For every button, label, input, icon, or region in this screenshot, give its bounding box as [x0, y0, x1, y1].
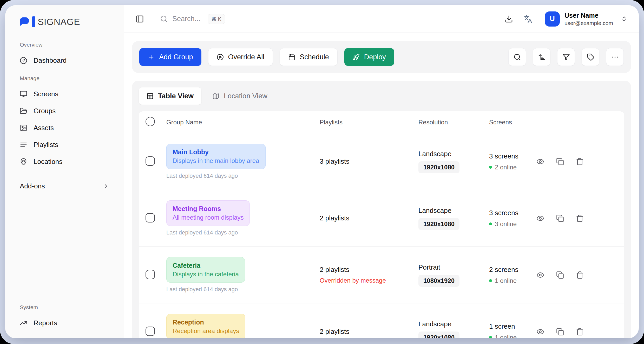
sidebar-item-dashboard[interactable]: Dashboard [13, 52, 116, 69]
resolution-badge: 1080x1920 [418, 275, 459, 287]
sidebar: SIGNAGE Overview Dashboard Manage Screen… [5, 5, 124, 338]
trash-icon[interactable] [576, 271, 584, 279]
copy-icon[interactable] [556, 214, 564, 222]
last-deployed-text: Last deployed 614 days ago [166, 173, 320, 179]
user-email: user@example.com [564, 20, 613, 26]
page-content: Add Group Override All Schedule Deploy [124, 33, 639, 338]
group-actions-toolbar: Add Group Override All Schedule Deploy [132, 41, 631, 73]
override-all-button[interactable]: Override All [208, 48, 273, 66]
chevron-right-icon [103, 183, 109, 190]
sidebar-item-addons[interactable]: Add-ons [13, 178, 116, 194]
online-count: 1 online [495, 334, 517, 339]
sidebar-toggle-icon[interactable] [136, 15, 144, 23]
table-search-button[interactable] [508, 48, 526, 66]
trash-icon[interactable] [576, 214, 584, 222]
orientation-label: Landscape [418, 150, 489, 158]
view-tabs: Table View Location View [139, 87, 624, 105]
playlists-count: 2 playlists [320, 266, 418, 274]
eye-icon[interactable] [536, 328, 544, 336]
tab-location-view[interactable]: Location View [205, 87, 275, 105]
eye-icon[interactable] [536, 214, 544, 222]
copy-icon[interactable] [556, 158, 564, 165]
override-status: Overridden by message [320, 277, 418, 284]
trash-icon[interactable] [576, 328, 584, 336]
row-checkbox[interactable] [146, 270, 155, 279]
copy-icon[interactable] [556, 271, 564, 279]
copy-icon[interactable] [556, 328, 564, 336]
sidebar-section-manage: Manage [13, 69, 116, 86]
user-menu[interactable]: U User Name user@example.com [545, 11, 627, 27]
trash-icon[interactable] [576, 158, 584, 165]
translate-icon[interactable] [524, 15, 532, 23]
schedule-button[interactable]: Schedule [280, 48, 338, 66]
filter-button[interactable] [557, 48, 575, 66]
online-status-dot [489, 279, 492, 282]
sidebar-item-reports[interactable]: Reports [13, 315, 116, 332]
row-checkbox[interactable] [146, 213, 155, 222]
group-name: Main Lobby [173, 148, 259, 156]
search-input[interactable]: Search... ⌘ K [160, 14, 225, 24]
sidebar-item-label: Assets [34, 124, 54, 132]
search-shortcut-badge: ⌘ K [208, 14, 225, 24]
row-checkbox[interactable] [146, 327, 155, 336]
tag-button[interactable] [582, 48, 599, 66]
sidebar-item-locations[interactable]: Locations [13, 153, 116, 170]
monitor-icon [20, 90, 27, 98]
resolution-badge: 1920x1080 [418, 218, 459, 230]
playlists-count: 2 playlists [320, 328, 418, 336]
sort-button[interactable] [533, 48, 550, 66]
table-row: Meeting Rooms All meeting room displays … [139, 190, 624, 247]
search-placeholder: Search... [172, 15, 200, 23]
folder-open-icon [20, 107, 27, 115]
row-checkbox[interactable] [146, 156, 155, 166]
play-circle-icon [217, 54, 224, 61]
group-badge[interactable]: Meeting Rooms All meeting room displays [166, 200, 250, 226]
tab-table-view[interactable]: Table View [139, 87, 201, 105]
deploy-button[interactable]: Deploy [344, 48, 394, 66]
group-description: All meeting room displays [173, 214, 244, 221]
table-body: Main Lobby Displays in the main lobby ar… [139, 133, 624, 338]
more-options-button[interactable] [606, 48, 624, 66]
add-group-button[interactable]: Add Group [139, 48, 201, 66]
column-playlists: Playlists [320, 119, 418, 126]
calendar-icon [288, 54, 295, 61]
sort-ascending-icon [538, 53, 546, 61]
sidebar-item-label: Screens [34, 90, 58, 98]
online-count: 2 online [495, 164, 517, 171]
group-badge[interactable]: Main Lobby Displays in the main lobby ar… [166, 144, 266, 169]
sidebar-item-playlists[interactable]: Playlists [13, 136, 116, 153]
group-name: Cafeteria [173, 262, 239, 269]
groups-panel: Table View Location View Group Name Play… [132, 81, 631, 338]
plus-icon [148, 54, 155, 61]
download-icon[interactable] [505, 15, 513, 23]
search-icon [160, 15, 168, 23]
gauge-icon [20, 57, 27, 64]
brand-logo: SIGNAGE [5, 5, 124, 35]
chevrons-up-down-icon [621, 16, 627, 22]
column-screens: Screens [489, 119, 534, 126]
sidebar-item-label: Groups [34, 107, 56, 115]
eye-icon[interactable] [536, 158, 544, 165]
app-window: SIGNAGE Overview Dashboard Manage Screen… [5, 5, 639, 338]
ellipsis-icon [611, 53, 619, 61]
tab-label: Table View [158, 92, 194, 100]
orientation-label: Portrait [418, 263, 489, 271]
button-label: Add Group [159, 53, 193, 61]
playlists-count: 3 playlists [320, 157, 418, 165]
sidebar-item-assets[interactable]: Assets [13, 119, 116, 136]
eye-icon[interactable] [536, 271, 544, 279]
table-row: Reception Reception area displays Last d… [139, 303, 624, 338]
group-badge[interactable]: Cafeteria Displays in the cafeteria [166, 257, 245, 283]
sidebar-item-screens[interactable]: Screens [13, 86, 116, 103]
pisignage-logo-icon [19, 16, 35, 28]
sidebar-item-label: Locations [34, 158, 62, 166]
online-status-dot [489, 222, 492, 225]
button-label: Schedule [300, 53, 329, 61]
map-pin-icon [20, 158, 27, 165]
sidebar-item-groups[interactable]: Groups [13, 103, 116, 119]
online-count: 3 online [495, 220, 517, 228]
select-all-checkbox[interactable] [146, 117, 155, 126]
brand-name: SIGNAGE [38, 17, 80, 27]
list-icon [20, 141, 27, 149]
group-badge[interactable]: Reception Reception area displays [166, 314, 245, 338]
